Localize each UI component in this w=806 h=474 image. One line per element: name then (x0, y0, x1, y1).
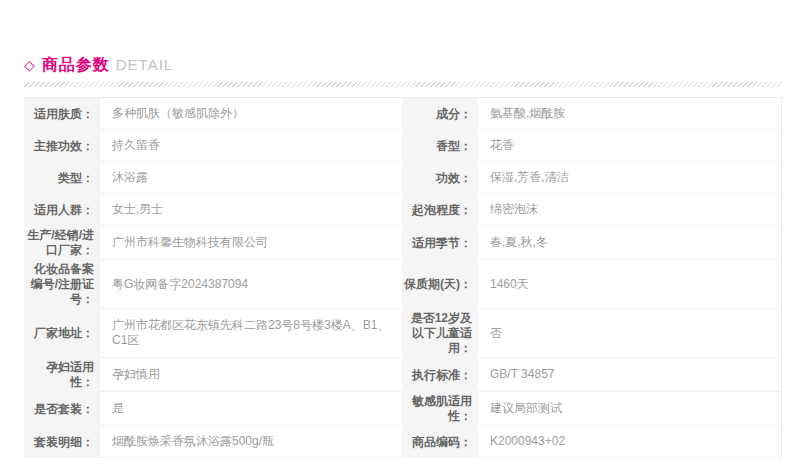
spec-label-right: 成分： (402, 98, 478, 130)
spec-value-right: 1460天 (478, 260, 781, 309)
spec-label-left: 孕妇适用性： (24, 358, 100, 392)
section-header: ◇ 商品参数 DETAIL (24, 0, 782, 75)
spec-label-left: 套装明细： (24, 426, 100, 458)
spec-value-left: 是 (100, 392, 402, 426)
spec-table: 适用肤质： 多种肌肤（敏感肌除外） 成分： 氨基酸,烟酰胺 主推功效： 持久留香… (24, 97, 782, 458)
spec-label-left: 厂家地址： (24, 309, 100, 358)
spec-label-right: 商品编码： (402, 426, 478, 458)
spec-value-right: 春,夏,秋,冬 (478, 226, 781, 260)
product-detail-section: ◇ 商品参数 DETAIL 适用肤质： 多种肌肤（敏感肌除外） 成分： 氨基酸,… (24, 0, 782, 458)
spec-label-left: 适用肤质： (24, 98, 100, 130)
spec-label-right: 保质期(天)： (402, 260, 478, 309)
table-row: 套装明细： 烟酰胺焕采香氛沐浴露500g/瓶 商品编码： K2000943+02 (24, 426, 781, 458)
spec-label-left: 化妆品备案编号/注册证号： (24, 260, 100, 309)
table-row: 是否套装： 是 敏感肌适用性： 建议局部测试 (24, 392, 781, 426)
spec-value-left: 女士,男士 (100, 194, 402, 226)
spec-label-left: 是否套装： (24, 392, 100, 426)
spec-value-left: 沐浴露 (100, 162, 402, 194)
spec-label-right: 香型： (402, 130, 478, 162)
table-row: 适用肤质： 多种肌肤（敏感肌除外） 成分： 氨基酸,烟酰胺 (24, 98, 781, 130)
section-subtitle: DETAIL (116, 55, 173, 75)
diamond-icon: ◇ (24, 55, 35, 75)
table-row: 类型： 沐浴露 功效： 保湿,芳香,清洁 (24, 162, 781, 194)
table-row: 化妆品备案编号/注册证号： 粤G妆网备字2024387094 保质期(天)： 1… (24, 260, 781, 309)
spec-label-right: 起泡程度： (402, 194, 478, 226)
spec-label-right: 功效： (402, 162, 478, 194)
spec-label-right: 适用季节： (402, 226, 478, 260)
spec-value-right: 保湿,芳香,清洁 (478, 162, 781, 194)
spec-label-left: 生产/经销/进口厂家： (24, 226, 100, 260)
spec-value-right: 花香 (478, 130, 781, 162)
spec-value-right: 建议局部测试 (478, 392, 781, 426)
spec-label-right: 敏感肌适用性： (402, 392, 478, 426)
spec-value-left: 孕妇慎用 (100, 358, 402, 392)
spec-label-left: 类型： (24, 162, 100, 194)
table-row: 厂家地址： 广州市花都区花东镇先科二路23号8号楼3楼A、B1、C1区 是否12… (24, 309, 781, 358)
hatched-divider (24, 82, 782, 87)
table-row: 适用人群： 女士,男士 起泡程度： 绵密泡沫 (24, 194, 781, 226)
spec-label-right: 是否12岁及以下儿童适用： (402, 309, 478, 358)
table-row: 主推功效： 持久留香 香型： 花香 (24, 130, 781, 162)
spec-value-left: 持久留香 (100, 130, 402, 162)
spec-value-left: 多种肌肤（敏感肌除外） (100, 98, 402, 130)
spec-value-left: 广州市科馨生物科技有限公司 (100, 226, 402, 260)
spec-value-left: 广州市花都区花东镇先科二路23号8号楼3楼A、B1、C1区 (100, 309, 402, 358)
spec-value-right: K2000943+02 (478, 426, 781, 458)
table-row: 孕妇适用性： 孕妇慎用 执行标准： GB/T 34857 (24, 358, 781, 392)
section-title: 商品参数 (42, 55, 110, 75)
table-row: 生产/经销/进口厂家： 广州市科馨生物科技有限公司 适用季节： 春,夏,秋,冬 (24, 226, 781, 260)
spec-value-right: 否 (478, 309, 781, 358)
spec-label-left: 主推功效： (24, 130, 100, 162)
spec-value-right: 绵密泡沫 (478, 194, 781, 226)
spec-label-right: 执行标准： (402, 358, 478, 392)
spec-value-right: 氨基酸,烟酰胺 (478, 98, 781, 130)
spec-value-left: 烟酰胺焕采香氛沐浴露500g/瓶 (100, 426, 402, 458)
spec-value-left: 粤G妆网备字2024387094 (100, 260, 402, 309)
spec-label-left: 适用人群： (24, 194, 100, 226)
spec-value-right: GB/T 34857 (478, 358, 781, 392)
